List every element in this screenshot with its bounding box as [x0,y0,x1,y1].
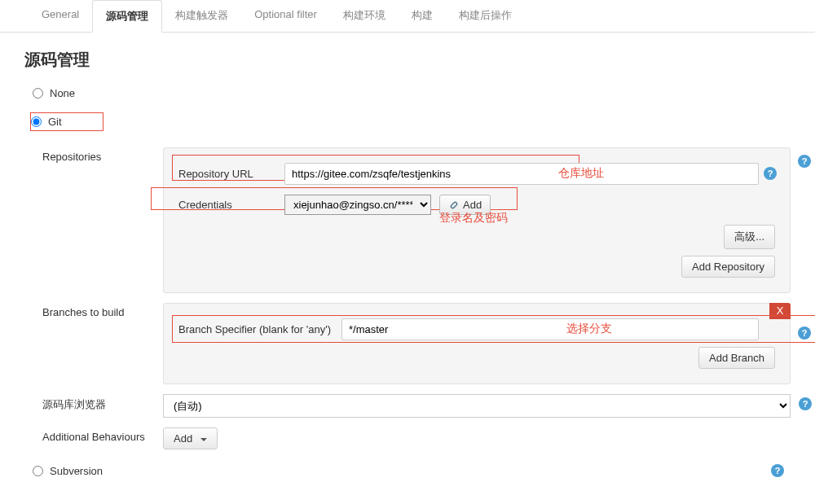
delete-branch-button[interactable]: X [769,303,791,319]
branches-panel: X ? Branch Specifier (blank for 'any') 选… [163,303,791,384]
tab-optional-filter[interactable]: Optional filter [241,0,330,32]
add-branch-button[interactable]: Add Branch [698,347,775,369]
repositories-label: Repositories [24,147,163,163]
branches-label: Branches to build [24,303,163,318]
repository-url-input[interactable] [284,163,759,185]
repo-browser-help-icon[interactable]: ? [799,397,812,410]
tab-build-env[interactable]: 构建环境 [330,0,399,32]
credentials-label: Credentials [178,199,284,211]
add-repository-button[interactable]: Add Repository [681,256,775,278]
scm-subversion-radio[interactable] [33,466,43,476]
section-title: 源码管理 [24,49,791,71]
advanced-button[interactable]: 高级... [724,225,775,249]
repositories-help-icon[interactable]: ? [798,155,811,168]
repository-url-label: Repository URL [178,168,284,180]
branch-specifier-input[interactable] [341,318,759,340]
subversion-help-icon[interactable]: ? [771,464,784,477]
scm-none-radio[interactable] [33,88,43,99]
scm-git-radio[interactable] [31,116,42,127]
tab-build[interactable]: 构建 [399,0,446,32]
chevron-down-icon [200,438,207,441]
branch-annotation: 选择分支 [566,322,612,336]
branches-help-icon[interactable]: ? [798,327,811,340]
repository-url-help-icon[interactable]: ? [764,167,777,180]
config-tabs: General 源码管理 构建触发器 Optional filter 构建环境 … [0,0,815,33]
scm-subversion-label: Subversion [50,465,103,477]
scm-git-label: Git [48,116,62,128]
branch-specifier-label: Branch Specifier (blank for 'any') [178,323,341,335]
repo-url-annotation: 仓库地址 [558,166,604,181]
key-icon [450,200,459,209]
scm-none-option[interactable]: None [33,87,791,99]
credentials-select[interactable]: xiejunhao@zingso.cn/**** [284,195,431,215]
scm-subversion-option[interactable]: Subversion ? [33,464,791,477]
scm-git-option[interactable]: Git [30,112,104,131]
repositories-panel: ? Repository URL 仓库地址 ? Credentials xiej… [163,147,791,293]
tab-post-build[interactable]: 构建后操作 [446,0,525,32]
repo-browser-select[interactable]: (自动) [163,394,791,418]
repo-browser-label: 源码库浏览器 [24,394,163,412]
scm-none-label: None [50,87,75,99]
tab-scm[interactable]: 源码管理 [92,0,162,33]
add-behaviour-button[interactable]: Add [163,427,218,449]
credentials-annotation: 登录名及密码 [439,211,508,226]
tab-general[interactable]: General [29,0,92,32]
tab-triggers[interactable]: 构建触发器 [162,0,241,32]
additional-behaviours-label: Additional Behaviours [24,427,163,443]
